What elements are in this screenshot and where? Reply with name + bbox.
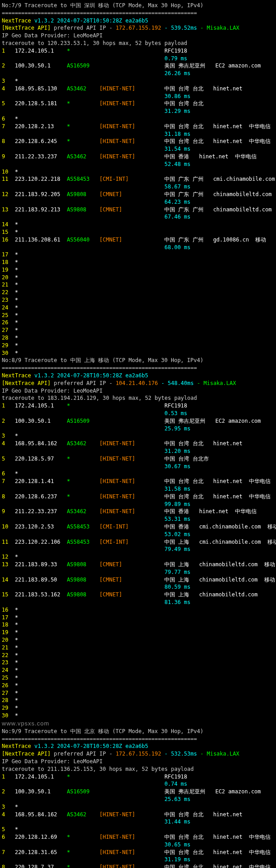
geo-line: IP Geo Data Provider: LeoMoeAPI	[2, 32, 274, 40]
hop-row: 15 221.183.53.162 AS9808 [CMNET] 中国 上海 c…	[2, 591, 274, 599]
hop-row: 5 *	[2, 826, 274, 833]
hop-row: 28 *	[2, 697, 274, 704]
hop-latency: 31.29 ms	[2, 107, 274, 115]
trace-header: No:8/9 Traceroute to 中国 上海 移动 (TCP Mode,…	[2, 357, 274, 364]
hop-row: 18 *	[2, 259, 274, 266]
hop-latency: 25.95 ms	[2, 425, 274, 433]
hop-row: 22 *	[2, 652, 274, 659]
hop-row: 15 *	[2, 228, 274, 236]
version-line: NextTrace v1.3.2 2024-07-28T10:50:28Z ea…	[2, 743, 274, 750]
hop-row: 20 *	[2, 274, 274, 282]
hop-row: 29 *	[2, 342, 274, 349]
separator: ========================================…	[2, 364, 274, 372]
hop-row: 27 *	[2, 689, 274, 697]
hop-row: 18 *	[2, 621, 274, 629]
hop-row: 13 221.183.89.33 AS9808 [CMNET] 中国 上海 ch…	[2, 561, 274, 568]
terminal-output: No:7/9 Traceroute to 中国 深圳 移动 (TCP Mode,…	[2, 2, 274, 868]
version-line: NextTrace v1.3.2 2024-07-28T10:50:28Z ea…	[2, 372, 274, 380]
hop-row: 8 220.128.6.245 * [HINET-NET] 中国 台湾 台北 h…	[2, 138, 274, 145]
hop-row: 24 *	[2, 667, 274, 674]
hop-row: 17 *	[2, 251, 274, 259]
hop-row: 8 220.128.7.37 * [HINET-NET] 中国 台湾 台北 hi…	[2, 864, 274, 868]
hop-latency: 0.53 ms	[2, 410, 274, 417]
hop-row: 1 172.24.105.1 * RFC1918	[2, 47, 274, 55]
hop-row: 8 220.128.6.237 * [HINET-NET] 中国 台湾 台北 h…	[2, 493, 274, 501]
hop-row: 7 220.128.31.65 * [HINET-NET] 中国 台湾 台北 h…	[2, 849, 274, 856]
hop-row: 2 100.30.50.1 AS16509 美国 弗吉尼亚州 EC2 amazo…	[2, 417, 274, 425]
watermark: www.vpsxs.com	[2, 720, 274, 728]
hop-row: 19 *	[2, 629, 274, 636]
hop-row: 9 211.22.33.237 AS3462 [HINET-NET] 中国 香港…	[2, 153, 274, 161]
hop-latency: 30.86 ms	[2, 93, 274, 100]
hop-row: 4 168.95.84.162 AS3462 [HINET-NET] 中国 台湾…	[2, 440, 274, 447]
hop-row: 23 *	[2, 659, 274, 667]
hop-row: 20 *	[2, 636, 274, 644]
hop-row: 6 *	[2, 470, 274, 478]
hop-row: 29 *	[2, 704, 274, 712]
api-line: [NextTrace API] preferred API IP - 172.6…	[2, 750, 274, 758]
hop-row: 26 *	[2, 682, 274, 689]
hop-row: 25 *	[2, 674, 274, 682]
hop-row: 13 221.183.92.213 AS9808 [CMNET] 中国 广东 广…	[2, 206, 274, 214]
hop-row: 7 220.128.1.41 * [HINET-NET] 中国 台湾 台北 hi…	[2, 478, 274, 485]
hop-row: 24 *	[2, 304, 274, 312]
hop-latency: 31.19 ms	[2, 856, 274, 864]
hop-row: 6 220.128.12.69 * [HINET-NET] 中国 台湾 台北 h…	[2, 833, 274, 841]
hop-latency: 79.49 ms	[2, 546, 274, 553]
hop-row: 4 168.95.84.162 AS3462 [HINET-NET] 中国 台湾…	[2, 811, 274, 819]
hop-row: 2 100.30.50.1 AS16509 美国 弗吉尼亚州 EC2 amazo…	[2, 788, 274, 796]
hop-row: 1 172.24.105.1 * RFC1918	[2, 773, 274, 781]
hop-latency: 0.74 ms	[2, 780, 274, 788]
hop-latency: 31.20 ms	[2, 447, 274, 455]
hop-latency: 53.02 ms	[2, 531, 274, 538]
hop-row: 4 168.95.85.130 AS3462 [HINET-NET] 中国 台湾…	[2, 85, 274, 93]
version-line: NextTrace v1.3.2 2024-07-28T10:50:28Z ea…	[2, 17, 274, 25]
hop-row: 5 220.128.5.97 * [HINET-NET] 中国 台湾 台北市	[2, 455, 274, 463]
hop-latency: 30.65 ms	[2, 841, 274, 849]
hop-row: 3 *	[2, 803, 274, 811]
hop-row: 16 *	[2, 606, 274, 614]
api-line: [NextTrace API] preferred API IP - 104.2…	[2, 380, 274, 387]
hop-row: 16 211.136.208.61 AS56040 [CMNET] 中国 广东 …	[2, 236, 274, 244]
hop-row: 23 *	[2, 296, 274, 304]
cmd-line: traceroute to 211.136.25.153, 30 hops ma…	[2, 765, 274, 773]
hop-latency: 99.89 ms	[2, 501, 274, 508]
hop-row: 22 *	[2, 289, 274, 296]
hop-latency: 30.67 ms	[2, 463, 274, 470]
hop-row: 30 *	[2, 349, 274, 357]
hop-row: 14 221.183.89.50 AS9808 [CMNET] 中国 上海 ch…	[2, 576, 274, 584]
hop-row: 11 223.120.22.218 AS58453 [CMI-INT] 中国 广…	[2, 175, 274, 183]
hop-row: 3 *	[2, 77, 274, 85]
hop-row: 5 220.128.5.181 * [HINET-NET] 中国 台湾 台北	[2, 100, 274, 107]
separator: ========================================…	[2, 9, 274, 17]
hop-row: 6 *	[2, 115, 274, 123]
geo-line: IP Geo Data Provider: LeoMoeAPI	[2, 387, 274, 395]
hop-latency: 64.23 ms	[2, 198, 274, 206]
hop-latency: 31.58 ms	[2, 485, 274, 493]
hop-row: 30 *	[2, 712, 274, 720]
hop-row: 28 *	[2, 334, 274, 342]
hop-row: 10 223.120.2.53 AS58453 [CMI-INT] 中国 香港 …	[2, 523, 274, 531]
separator: ========================================…	[2, 735, 274, 743]
hop-latency: 58.67 ms	[2, 183, 274, 191]
hop-row: 9 211.22.33.237 AS3462 [HINET-NET] 中国 香港…	[2, 508, 274, 515]
geo-line: IP Geo Data Provider: LeoMoeAPI	[2, 758, 274, 765]
hop-row: 17 *	[2, 614, 274, 622]
hop-latency: 67.46 ms	[2, 213, 274, 221]
hop-row: 26 *	[2, 319, 274, 327]
hop-row: 7 220.128.2.13 * [HINET-NET] 中国 台湾 台北 hi…	[2, 123, 274, 130]
hop-latency: 79.77 ms	[2, 568, 274, 576]
hop-row: 10 *	[2, 168, 274, 176]
hop-row: 1 172.24.105.1 * RFC1918	[2, 402, 274, 410]
hop-row: 14 *	[2, 221, 274, 228]
hop-row: 19 *	[2, 266, 274, 274]
cmd-line: traceroute to 120.233.53.1, 30 hops max,…	[2, 40, 274, 47]
hop-row: 12 221.183.92.205 AS9808 [CMNET] 中国 广东 广…	[2, 191, 274, 198]
hop-latency: 0.79 ms	[2, 55, 274, 63]
cmd-line: traceroute to 183.194.216.129, 30 hops m…	[2, 394, 274, 402]
hop-row: 11 223.120.22.106 AS58453 [CMI-INT] 中国 上…	[2, 538, 274, 546]
trace-header: No:9/9 Traceroute to 中国 北京 移动 (TCP Mode,…	[2, 728, 274, 735]
hop-latency: 52.48 ms	[2, 161, 274, 168]
hop-row: 21 *	[2, 644, 274, 652]
hop-row: 2 100.30.50.1 AS16509 美国 弗吉尼亚州 EC2 amazo…	[2, 62, 274, 70]
